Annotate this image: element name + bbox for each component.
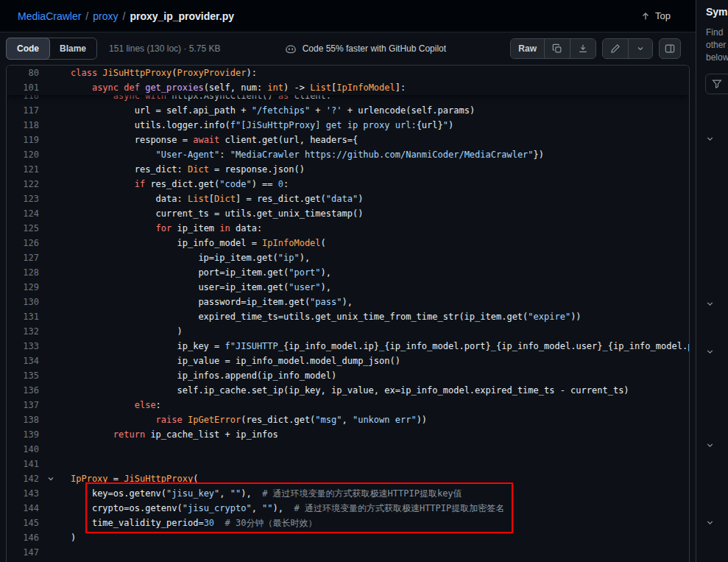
breadcrumb-repo-link[interactable]: MediaCrawler <box>18 10 81 22</box>
line-number[interactable]: 130 <box>7 295 39 309</box>
code-text: else: <box>60 398 689 412</box>
symbol-tree-chevron-icon[interactable] <box>705 440 715 451</box>
symbol-tree-chevron-icon[interactable] <box>705 518 715 528</box>
symbols-panel-toggle[interactable] <box>659 38 681 59</box>
download-raw-button[interactable] <box>570 39 596 58</box>
line-number[interactable]: 131 <box>7 309 39 324</box>
line-number[interactable]: 136 <box>7 383 39 398</box>
line-number[interactable]: 143 <box>7 486 39 501</box>
symbol-tree-chevron-icon[interactable] <box>705 347 715 357</box>
code-token: _ <box>603 341 608 351</box>
code-token: ), <box>300 253 310 263</box>
line-number[interactable]: 132 <box>7 324 39 339</box>
copy-icon <box>552 43 562 54</box>
line-number[interactable]: 138 <box>7 412 39 427</box>
code-token: "code" <box>219 179 251 189</box>
line-number[interactable]: 145 <box>7 516 39 530</box>
code-text: key=os.getenv("jisu_key", ""), # 通过环境变量的… <box>60 486 689 501</box>
code-token: ) <box>71 533 76 543</box>
symbol-tree-chevron-icon[interactable] <box>705 134 715 144</box>
code-token: "expire" <box>528 312 570 322</box>
tab-code[interactable]: Code <box>6 38 50 60</box>
code-text <box>60 442 689 457</box>
code-token: {ip_info_model.password} <box>608 341 689 351</box>
line-number[interactable]: 118 <box>7 118 39 133</box>
line-number[interactable]: 139 <box>7 427 39 442</box>
code-line: 131 expired_time_ts=utils.get_unix_time_… <box>7 309 689 324</box>
code-token: ), <box>321 267 331 278</box>
scroll-to-top-button[interactable]: Top <box>633 6 678 27</box>
code-text: crypto=os.getenv("jisu_crypto", ""), # 通… <box>60 501 689 516</box>
line-number[interactable]: 141 <box>7 457 39 471</box>
code-line: 137 else: <box>7 398 689 412</box>
line-number[interactable]: 142 <box>7 471 39 486</box>
code-token: ] = res_dict.get( <box>236 194 326 204</box>
code-line: 129 user=ip_item.get("user"), <box>7 280 689 295</box>
line-number[interactable]: 80 <box>7 66 39 80</box>
code-line: 139 return ip_cache_list + ip_infos <box>7 427 689 442</box>
line-number[interactable]: 137 <box>7 398 39 412</box>
line-number[interactable]: 128 <box>7 265 39 280</box>
raw-copy-download-group: Raw <box>510 38 596 59</box>
line-number[interactable]: 125 <box>7 221 39 236</box>
line-number[interactable]: 129 <box>7 280 39 295</box>
fold-chevron-icon[interactable] <box>39 471 60 486</box>
code-text: utils.logger.info(f"[JiSuHttpProxy] get … <box>60 118 689 133</box>
tab-blame[interactable]: Blame <box>49 38 96 59</box>
line-number[interactable]: 119 <box>7 133 39 147</box>
line-number[interactable]: 122 <box>7 177 39 192</box>
line-number[interactable]: 120 <box>7 147 39 162</box>
copy-raw-button[interactable] <box>544 39 570 58</box>
line-number[interactable]: 126 <box>7 236 39 250</box>
line-number[interactable]: 121 <box>7 162 39 177</box>
code-text: if res_dict.get("code") == 0: <box>60 177 689 192</box>
code-token: ip=ip_item.get( <box>198 253 278 263</box>
code-token: )) <box>570 312 581 322</box>
line-number[interactable]: 133 <box>7 339 39 354</box>
code-token: {ip_info_model.user} <box>496 341 603 351</box>
line-number[interactable]: 117 <box>7 103 39 118</box>
edit-dropdown-button[interactable] <box>628 39 652 58</box>
line-number[interactable]: 144 <box>7 501 39 516</box>
raw-button[interactable]: Raw <box>511 39 544 58</box>
code-line: 119 response = await client.get(url, hea… <box>7 133 689 147</box>
code-text: return ip_cache_list + ip_infos <box>60 427 689 442</box>
code-token: expired_time_ts=utils.get_unix_time_from… <box>198 312 528 322</box>
code-text: port=ip_item.get("port"), <box>60 265 689 280</box>
code-token: 30 <box>204 518 214 528</box>
code-token: "jisu_crypto" <box>183 503 252 513</box>
line-number[interactable]: 101 <box>7 80 39 95</box>
symbol-tree-chevron-icon[interactable] <box>705 299 715 309</box>
edit-file-button[interactable] <box>603 39 628 58</box>
breadcrumb-dir-link[interactable]: proxy <box>93 10 118 22</box>
line-number[interactable]: 124 <box>7 206 39 221</box>
line-number[interactable]: 140 <box>7 442 39 457</box>
code-token: in <box>219 223 230 233</box>
line-number[interactable]: 134 <box>7 354 39 368</box>
code-token: ip_cache_list + ip_infos <box>145 429 278 440</box>
code-token: ) == <box>252 179 278 189</box>
code-token: [ <box>209 194 214 204</box>
code-line: 145 time_validity_period=30 # 30分钟（最长时效） <box>7 516 689 530</box>
code-token: "MediaCrawler https://github.com/NanmiCo… <box>230 150 534 160</box>
fold-spacer <box>39 236 60 250</box>
copilot-banner[interactable]: Code 55% faster with GitHub Copilot <box>285 43 446 55</box>
line-number[interactable]: 135 <box>7 368 39 383</box>
code-line: 123 data: List[Dict] = res_dict.get("dat… <box>7 192 689 206</box>
line-number[interactable]: 146 <box>7 530 39 545</box>
symbols-panel-icon <box>665 43 675 54</box>
code-token: ip_key = <box>177 341 225 351</box>
code-text: password=ip_item.get("pass"), <box>60 295 689 309</box>
line-number[interactable]: 123 <box>7 192 39 206</box>
sticky-context-lines: 80class JiSuHttpProxy(ProxyProvider):101… <box>7 66 689 95</box>
code-text: class JiSuHttpProxy(ProxyProvider): <box>60 66 689 80</box>
symbols-filter-input[interactable] <box>705 74 728 94</box>
code-token: ip_value = ip_info_model.model_dump_json… <box>177 356 400 366</box>
code-text: async def get_proxies(self, num: int) ->… <box>60 80 689 95</box>
fold-spacer <box>39 192 60 206</box>
code-token: # 30分钟（最长时效） <box>225 518 317 528</box>
fold-spacer <box>39 133 60 147</box>
line-number[interactable]: 147 <box>7 545 39 560</box>
line-number[interactable]: 127 <box>7 250 39 265</box>
code-line: 133 ip_key = f"JISUHTTP_{ip_info_model.i… <box>7 339 689 354</box>
